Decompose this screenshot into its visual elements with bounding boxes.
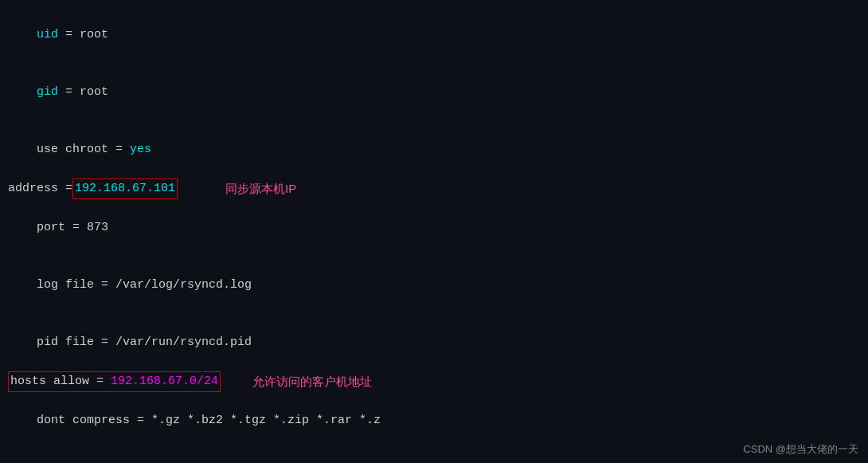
text-gid: gid [37,85,58,99]
box-hosts-allow: hosts allow = 192.168.67.0/24 [8,371,221,392]
text-uid: uid [37,28,58,41]
line-address: address = 192.168.67.101 同步源本机IP [8,179,860,199]
line-port: port = 873 [8,199,860,257]
line-hosts-allow: hosts allow = 192.168.67.0/24 允许访问的客户机地址 [8,371,860,392]
box-address: 192.168.67.101 [72,179,178,199]
value-address: 192.168.67.101 [75,182,175,195]
line-pid-file: pid file = /var/run/rsyncd.pid [8,314,860,371]
line-log-file: log file = /var/log/rsyncd.log [8,257,860,314]
annotation-allow-client: 允许访问的客户机地址 [252,372,372,391]
terminal: uid = root gid = root use chroot = yes a… [0,0,868,463]
line-use-chroot: use chroot = yes [8,121,860,179]
line-blank1 [8,449,860,463]
annotation-sync-ip: 同步源本机IP [225,179,296,198]
line-gid: gid = root [8,64,860,121]
watermark: CSDN @想当大佬的一天 [743,442,858,457]
line-uid: uid = root [8,6,860,64]
line-dont-compress: dont compress = *.gz *.bz2 *.tgz *.zip *… [8,392,860,449]
value-use-chroot: yes [130,143,151,156]
value-hosts-allow: 192.168.67.0/24 [111,375,218,388]
